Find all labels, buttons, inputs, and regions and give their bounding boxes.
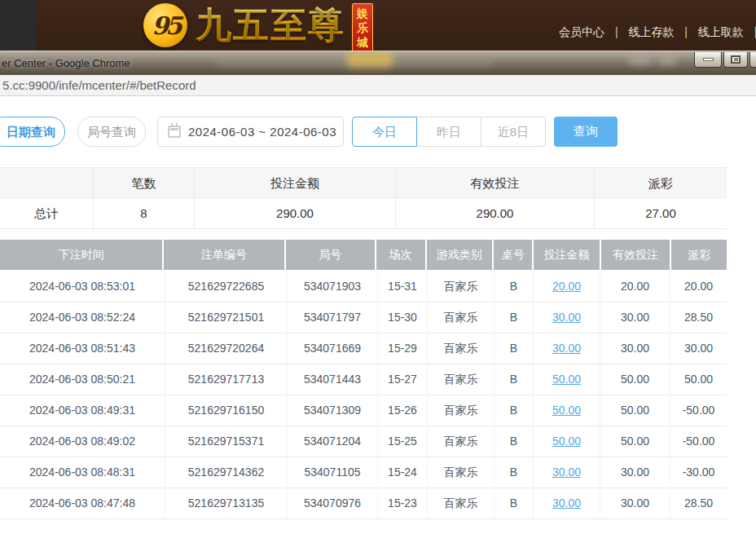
bet-cell-round-no: 534071797	[288, 302, 378, 333]
site-logo: 95 九五至尊 娱乐城	[143, 0, 373, 51]
bet-amount-link[interactable]: 30.00	[552, 496, 581, 510]
bet-cell-game-type: 百家乐	[428, 426, 494, 457]
bet-cell-session: 15-31	[378, 271, 428, 302]
nav-item-online-withdraw[interactable]: 线上取款	[698, 25, 744, 38]
bet-cell-round-no: 534070976	[288, 488, 378, 519]
bet-row: 2024-06-03 08:48:31521629714362534071105…	[0, 457, 727, 488]
bet-row: 2024-06-03 08:49:02521629715371534071204…	[0, 426, 727, 457]
bet-cell-session: 15-25	[378, 426, 428, 457]
bet-cell-game-type: 百家乐	[428, 302, 494, 333]
bet-cell-payout: 28.50	[670, 302, 727, 333]
bet-amount-link[interactable]: 50.00	[552, 373, 581, 386]
bet-cell-bet-amount: 30.00	[534, 457, 600, 488]
bet-cell-ticket-no: 521629713135	[165, 488, 288, 519]
close-button[interactable]	[749, 52, 756, 68]
titlebar-reflection	[629, 58, 652, 65]
bet-cell-ticket-no: 521629716150	[165, 395, 288, 426]
range-yesterday-button[interactable]: 昨日	[417, 117, 481, 147]
summary-total-cell: 8	[94, 198, 195, 229]
summary-header-row: 笔数投注金额有效投注派彩	[0, 168, 727, 198]
bet-cell-payout: -50.00	[670, 426, 727, 457]
bet-cell-game-type: 百家乐	[428, 488, 494, 519]
summary-col-header: 有效投注	[396, 168, 595, 198]
window-titlebar[interactable]: er Center - Google Chrome	[0, 51, 756, 75]
bet-cell-payout: 20.00	[670, 271, 727, 302]
maximize-icon	[731, 55, 741, 64]
bet-cell-round-no: 534071903	[288, 271, 378, 302]
bet-cell-game-type: 百家乐	[428, 333, 494, 364]
bet-amount-link[interactable]: 30.00	[552, 466, 581, 479]
bet-cell-ticket-no: 521629720264	[165, 333, 288, 364]
bet-amount-link[interactable]: 30.00	[552, 342, 581, 355]
bet-cell-round-no: 534071669	[288, 333, 378, 364]
bet-cell-valid-bet: 50.00	[600, 395, 670, 426]
bet-cell-table-no: B	[494, 302, 534, 333]
titlebar-reflection	[658, 58, 676, 65]
summary-total-cell: 290.00	[396, 198, 595, 229]
bet-cell-session: 15-27	[378, 364, 428, 395]
minimize-button[interactable]	[694, 52, 722, 68]
url-bar[interactable]: 5.cc:9900/infe/mcenter/#/betRecord	[0, 75, 756, 96]
round-query-tab[interactable]: 局号查询	[77, 117, 146, 147]
bet-cell-ticket-no: 521629717713	[165, 364, 288, 395]
bet-cell-session: 15-29	[378, 333, 428, 364]
bet-amount-link[interactable]: 30.00	[552, 311, 581, 324]
logo-monogram: 95	[152, 11, 179, 40]
bet-cell-round-no: 534071309	[288, 395, 378, 426]
url-text: 5.cc:9900/infe/mcenter/#/betRecord	[2, 78, 196, 92]
titlebar-reflection	[216, 61, 493, 67]
summary-col-header: 笔数	[94, 168, 195, 198]
bet-cell-bet-amount: 30.00	[534, 302, 600, 333]
bet-cell-game-type: 百家乐	[428, 364, 494, 395]
bet-record-table: 下注时间注单编号局号场次游戏类别桌号投注金额有效投注派彩 2024-06-03 …	[0, 240, 727, 519]
bet-cell-bet-amount: 30.00	[534, 333, 600, 364]
bet-cell-table-no: B	[494, 395, 534, 426]
bet-row: 2024-06-03 08:53:01521629722685534071903…	[0, 271, 727, 302]
bet-cell-valid-bet: 50.00	[600, 364, 670, 395]
bet-amount-link[interactable]: 20.00	[552, 280, 581, 293]
desktop-strip	[0, 0, 37, 51]
bet-table-header-row: 下注时间注单编号局号场次游戏类别桌号投注金额有效投注派彩	[0, 240, 727, 271]
summary-col-header: 投注金额	[195, 168, 396, 198]
bet-col-header-game-type: 游戏类别	[427, 240, 493, 270]
bet-cell-bet-amount: 50.00	[534, 395, 600, 426]
site-header: 95 九五至尊 娱乐城 会员中心 | 线上存款 | 线上取款 | 一键划转	[0, 0, 756, 51]
bet-amount-link[interactable]: 50.00	[552, 404, 581, 417]
minimize-icon	[703, 58, 714, 61]
bet-cell-ticket-no: 521629721501	[165, 302, 288, 333]
bet-cell-bet-amount: 50.00	[534, 426, 600, 457]
bet-cell-table-no: B	[494, 457, 534, 488]
bet-cell-valid-bet: 30.00	[600, 488, 670, 519]
logo-coin-icon: 95	[143, 3, 187, 47]
bet-cell-ticket-no: 521629722685	[165, 271, 288, 302]
bet-cell-round-no: 534071204	[288, 426, 378, 457]
bet-row: 2024-06-03 08:50:21521629717713534071443…	[0, 364, 727, 395]
maximize-button[interactable]	[723, 52, 748, 68]
summary-total-cell: 290.00	[195, 198, 396, 229]
date-range-input[interactable]: 2024-06-03 ~ 2024-06-03	[157, 117, 344, 147]
bet-cell-payout: 28.50	[670, 488, 727, 519]
search-button[interactable]: 查询	[554, 117, 618, 147]
nav-item-online-deposit[interactable]: 线上存款	[628, 25, 674, 38]
bet-amount-link[interactable]: 50.00	[552, 435, 581, 448]
date-query-tab[interactable]: 日期查询	[0, 117, 65, 147]
bet-cell-valid-bet: 30.00	[600, 302, 670, 333]
bet-cell-valid-bet: 20.00	[600, 271, 670, 302]
range-today-button[interactable]: 今日	[352, 117, 417, 147]
bet-cell-game-type: 百家乐	[428, 395, 494, 426]
logo-badge: 娱乐城	[352, 3, 373, 51]
bet-cell-time: 2024-06-03 08:47:48	[0, 488, 165, 519]
summary-total-cell: 27.00	[595, 198, 727, 229]
logo-text: 九五至尊	[196, 0, 345, 51]
top-nav: 会员中心 | 线上存款 | 线上取款 | 一键划转	[559, 25, 756, 40]
range-last8-button[interactable]: 近8日	[481, 117, 546, 147]
bet-row: 2024-06-03 08:49:31521629716150534071309…	[0, 395, 727, 426]
bet-cell-time: 2024-06-03 08:49:02	[0, 426, 165, 457]
bet-cell-table-no: B	[494, 271, 534, 302]
bet-cell-time: 2024-06-03 08:49:31	[0, 395, 165, 426]
quick-range-group: 今日 昨日 近8日	[352, 117, 546, 147]
bet-cell-bet-amount: 20.00	[534, 271, 600, 302]
summary-col-header: 派彩	[595, 168, 727, 198]
nav-separator: |	[684, 25, 688, 38]
nav-item-member-center[interactable]: 会员中心	[559, 25, 604, 38]
